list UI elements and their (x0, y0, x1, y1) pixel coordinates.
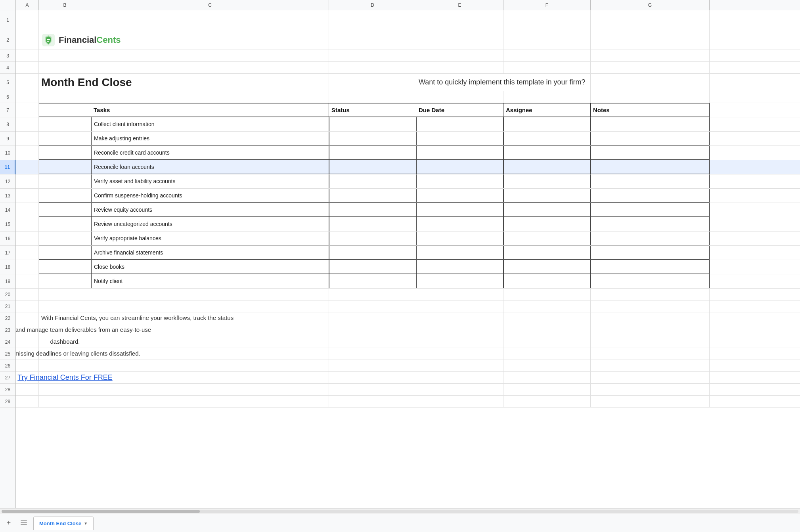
cell-c22[interactable] (91, 312, 329, 324)
cell-a16[interactable] (16, 232, 39, 245)
scrollbar-thumb[interactable] (2, 510, 200, 513)
cell-g10[interactable] (591, 146, 710, 160)
cell-e13[interactable] (416, 189, 503, 203)
cell-a19[interactable] (16, 274, 39, 288)
cell-c4[interactable] (91, 62, 329, 73)
horizontal-scrollbar[interactable] (0, 508, 800, 514)
cell-a12[interactable] (16, 174, 39, 188)
cell-g17[interactable] (591, 246, 710, 260)
cell-e19[interactable] (416, 274, 503, 288)
cell-e12[interactable] (416, 174, 503, 188)
row-num-14[interactable]: 14 (0, 203, 15, 217)
row-num-11[interactable]: 11 (0, 160, 15, 174)
cell-b4[interactable] (39, 62, 91, 73)
cell-f21[interactable] (503, 300, 591, 312)
col-header-a[interactable]: A (16, 0, 39, 10)
cell-a1[interactable] (16, 10, 39, 30)
cell-g25[interactable] (591, 348, 710, 360)
cell-d19[interactable] (329, 274, 416, 288)
cell-c14[interactable]: Review equity accounts (91, 203, 329, 217)
cell-a5[interactable] (16, 74, 39, 91)
cell-f3[interactable] (503, 50, 591, 61)
cell-g28[interactable] (591, 384, 710, 395)
cell-d18[interactable] (329, 260, 416, 274)
cell-f6[interactable] (503, 91, 591, 103)
cell-b15[interactable] (39, 217, 91, 231)
cell-f1[interactable] (503, 10, 591, 30)
row-num-20[interactable]: 20 (0, 289, 15, 300)
cell-g16[interactable] (591, 232, 710, 245)
cell-d27[interactable] (329, 372, 416, 383)
cell-e4[interactable] (416, 62, 503, 73)
cell-c10[interactable]: Reconcile credit card accounts (91, 146, 329, 160)
cell-a4[interactable] (16, 62, 39, 73)
cell-d3[interactable] (329, 50, 416, 61)
cell-a7[interactable] (16, 103, 39, 117)
scrollbar-track[interactable] (2, 510, 798, 513)
cell-d12[interactable] (329, 174, 416, 188)
cell-f16[interactable] (503, 232, 591, 245)
cell-a3[interactable] (16, 50, 39, 61)
cell-g29[interactable] (591, 396, 710, 407)
row-num-19[interactable]: 19 (0, 274, 15, 289)
cell-f22[interactable] (503, 312, 591, 324)
cell-c17[interactable]: Archive financial statements (91, 246, 329, 260)
cell-d26[interactable] (329, 360, 416, 371)
cell-a11[interactable] (16, 160, 39, 174)
cell-a22[interactable] (16, 312, 39, 324)
cell-e14[interactable] (416, 203, 503, 217)
cell-c29[interactable] (91, 396, 329, 407)
cell-c25[interactable] (91, 348, 329, 360)
cell-e1[interactable] (416, 10, 503, 30)
row-num-10[interactable]: 10 (0, 146, 15, 160)
cell-e17[interactable] (416, 246, 503, 260)
row-num-6[interactable]: 6 (0, 91, 15, 103)
cell-f13[interactable] (503, 189, 591, 203)
cell-a20[interactable] (16, 289, 39, 300)
cell-e26[interactable] (416, 360, 503, 371)
row-num-7[interactable]: 7 (0, 103, 15, 117)
col-header-c[interactable]: C (91, 0, 329, 10)
row-num-1[interactable]: 1 (0, 10, 15, 30)
row-num-25[interactable]: 25 (0, 348, 15, 360)
cell-c11[interactable]: Reconcile loan accounts (91, 160, 329, 174)
cell-d11[interactable] (329, 160, 416, 174)
cell-g2[interactable] (591, 30, 710, 50)
cell-e11[interactable] (416, 160, 503, 174)
cell-g24[interactable] (591, 336, 710, 348)
cell-b18[interactable] (39, 260, 91, 274)
col-header-b[interactable]: B (39, 0, 91, 10)
col-header-e[interactable]: E (416, 0, 503, 10)
cell-e3[interactable] (416, 50, 503, 61)
cell-b13[interactable] (39, 189, 91, 203)
cell-g19[interactable] (591, 274, 710, 288)
cell-d22[interactable] (329, 312, 416, 324)
cell-d23[interactable] (329, 324, 416, 336)
cell-a29[interactable] (16, 396, 39, 407)
cell-c5[interactable] (91, 74, 329, 91)
cell-c20[interactable] (91, 289, 329, 300)
cell-a18[interactable] (16, 260, 39, 274)
row-num-8[interactable]: 8 (0, 117, 15, 132)
sheet-menu-button[interactable] (18, 518, 29, 529)
cell-g3[interactable] (591, 50, 710, 61)
cell-d8[interactable] (329, 117, 416, 131)
cell-b14[interactable] (39, 203, 91, 217)
cell-b12[interactable] (39, 174, 91, 188)
row-num-4[interactable]: 4 (0, 62, 15, 74)
cell-e9[interactable] (416, 132, 503, 145)
cell-d7-status-header[interactable]: Status (329, 103, 416, 117)
cell-d25[interactable] (329, 348, 416, 360)
cell-f8[interactable] (503, 117, 591, 131)
cell-e22[interactable] (416, 312, 503, 324)
col-header-g[interactable]: G (591, 0, 710, 10)
cell-c13[interactable]: Confirm suspense-holding accounts (91, 189, 329, 203)
row-num-28[interactable]: 28 (0, 384, 15, 396)
cell-g27[interactable] (591, 372, 710, 383)
cell-f9[interactable] (503, 132, 591, 145)
cell-e28[interactable] (416, 384, 503, 395)
row-num-16[interactable]: 16 (0, 232, 15, 246)
cell-e16[interactable] (416, 232, 503, 245)
row-num-29[interactable]: 29 (0, 396, 15, 408)
cell-e15[interactable] (416, 217, 503, 231)
